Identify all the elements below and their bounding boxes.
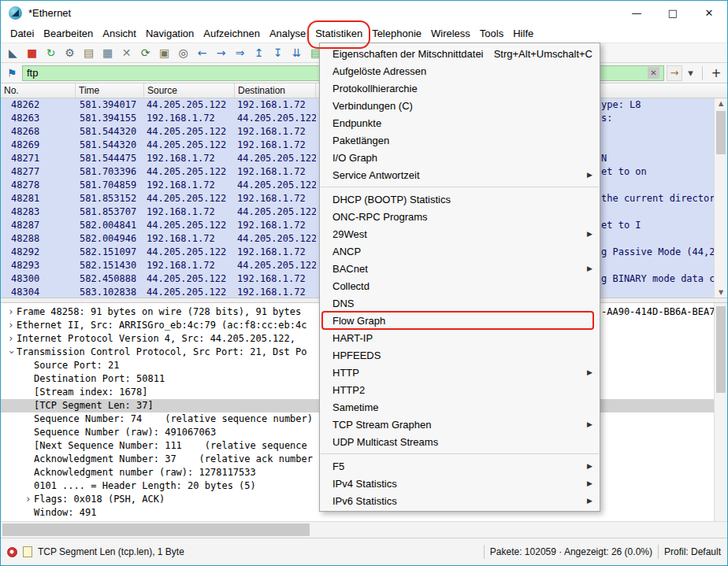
menu-item-onc-rpc-programs[interactable]: ONC-RPC Programs xyxy=(320,208,600,225)
menu-item-collectd[interactable]: Collectd xyxy=(320,277,600,294)
packet-source: 44.205.205.122 xyxy=(144,286,235,298)
go-to-bottom-icon[interactable]: ↧ xyxy=(269,44,287,61)
menu-item-protokollhierarchie[interactable]: Protokollhierarchie xyxy=(320,80,600,97)
menu-item-http[interactable]: HTTP▶ xyxy=(320,364,600,381)
menu-item-tcp-stream-graphen[interactable]: TCP Stream Graphen▶ xyxy=(320,416,600,433)
menu-item-ipv4-statistics[interactable]: IPv4 Statistics▶ xyxy=(320,475,600,492)
filter-add-button[interactable]: + xyxy=(708,65,724,81)
menu-item-ancp[interactable]: ANCP xyxy=(320,242,600,260)
go-back-icon[interactable]: ← xyxy=(193,44,211,61)
arrow-spacer xyxy=(23,506,34,520)
detail-text: 0101 .... = Header Length: 20 bytes (5) xyxy=(34,479,256,493)
expand-arrow-icon[interactable]: › xyxy=(23,493,34,506)
packet-time: 582.004946 xyxy=(76,232,144,246)
menu-item-aufgel-ste-adressen[interactable]: Aufgelöste Adressen xyxy=(320,62,600,80)
packet-time: 581.853152 xyxy=(76,192,144,205)
packet-source: 44.205.205.122 xyxy=(144,125,235,139)
column-header-no[interactable]: No. xyxy=(1,83,76,98)
menu-item-dhcp-bootp-statistics[interactable]: DHCP (BOOTP) Statistics xyxy=(320,191,600,208)
packet-time: 582.151097 xyxy=(76,246,144,259)
menu-item-flow-graph[interactable]: Flow Graph xyxy=(320,312,600,329)
save-file-icon[interactable]: ▦ xyxy=(98,44,117,61)
menu-item-dns[interactable]: DNS xyxy=(320,294,600,312)
details-scrollbar-thumb[interactable] xyxy=(716,306,726,393)
minimize-button[interactable]: — xyxy=(618,1,655,24)
filter-dropdown-icon[interactable]: ▾ xyxy=(685,65,696,81)
capture-comment-icon[interactable] xyxy=(23,546,32,557)
menubar-item-telephonie[interactable]: Telephonie xyxy=(367,25,426,42)
packet-list-scrollbar-thumb[interactable] xyxy=(716,111,726,154)
arrow-spacer xyxy=(23,479,34,493)
detail-text: Source Port: 21 xyxy=(34,359,119,372)
menu-item-eigenschaften-der-mitschnittdatei[interactable]: Eigenschaften der MitschnittdateiStrg+Al… xyxy=(320,45,600,62)
details-scrollbar[interactable] xyxy=(714,303,727,521)
scroll-down-icon[interactable]: ▼ xyxy=(715,289,727,296)
expand-arrow-icon[interactable]: › xyxy=(6,305,17,319)
menu-item-verbindungen-c[interactable]: Verbindungen (C) xyxy=(320,97,600,114)
reload-file-icon[interactable]: ⟳ xyxy=(136,44,154,61)
packet-time: 583.102838 xyxy=(76,286,144,298)
packet-no: 48288 xyxy=(1,232,76,246)
status-profile[interactable]: Profil: Default xyxy=(664,546,721,557)
packet-source: 44.205.205.122 xyxy=(144,272,235,286)
go-forward-icon[interactable]: → xyxy=(212,44,230,61)
menu-item-i-o-graph[interactable]: I/O Graph xyxy=(320,149,600,166)
close-file-icon[interactable]: ✕ xyxy=(117,44,136,61)
stop-capture-icon[interactable]: ■ xyxy=(23,44,41,61)
menu-item-sametime[interactable]: Sametime xyxy=(320,398,600,416)
go-to-top-icon[interactable]: ↥ xyxy=(250,44,268,61)
go-to-packet-icon[interactable]: ⇒ xyxy=(231,44,249,61)
expand-arrow-icon[interactable]: › xyxy=(6,319,17,332)
menubar-item-tools[interactable]: Tools xyxy=(475,25,508,42)
menu-item-label: DNS xyxy=(332,298,354,309)
menu-item-http2[interactable]: HTTP2 xyxy=(320,381,600,398)
copy-icon[interactable]: ▣ xyxy=(155,44,173,61)
expand-arrow-icon[interactable]: › xyxy=(6,332,17,346)
menu-item-endpunkte[interactable]: Endpunkte xyxy=(320,114,600,131)
auto-scroll-icon[interactable]: ⇊ xyxy=(288,44,306,61)
packet-destination: 192.168.1.72 xyxy=(235,165,316,179)
packet-time: 581.544320 xyxy=(76,139,144,152)
filter-bookmark-icon[interactable]: ⚑ xyxy=(4,67,20,80)
arrow-spacer xyxy=(23,399,34,412)
menu-item-29west[interactable]: 29West▶ xyxy=(320,225,600,242)
packet-destination: 192.168.1.72 xyxy=(235,125,316,139)
menubar-item-analyse[interactable]: Analyse xyxy=(265,25,310,42)
capture-options-icon[interactable]: ⚙ xyxy=(61,44,79,61)
filter-apply-button[interactable]: → xyxy=(667,65,682,81)
menubar-item-datei[interactable]: Datei xyxy=(6,25,39,42)
start-capture-icon[interactable]: ◣ xyxy=(4,44,22,61)
menu-item-service-antwortzeit[interactable]: Service Antwortzeit▶ xyxy=(320,166,600,183)
menubar-item-ansicht[interactable]: Ansicht xyxy=(98,25,141,42)
menubar-item-aufzeichnen[interactable]: Aufzeichnen xyxy=(199,25,265,42)
packet-source: 44.205.205.122 xyxy=(144,246,235,259)
menu-item-hart-ip[interactable]: HART-IP xyxy=(320,329,600,346)
column-header-destination[interactable]: Destination xyxy=(235,83,316,98)
menu-item-paketl-ngen[interactable]: Paketlängen xyxy=(320,131,600,149)
horizontal-scrollbar[interactable] xyxy=(1,521,727,538)
collapse-arrow-icon[interactable]: › xyxy=(5,347,18,358)
maximize-button[interactable]: □ xyxy=(655,1,691,24)
menu-item-hpfeeds[interactable]: HPFEEDS xyxy=(320,346,600,364)
packet-source: 192.168.1.72 xyxy=(144,205,235,219)
expert-info-icon[interactable] xyxy=(7,547,17,557)
filter-clear-icon[interactable]: ✕ xyxy=(648,67,659,79)
menubar-item-navigation[interactable]: Navigation xyxy=(141,25,199,42)
menubar-item-statistiken[interactable]: Statistiken xyxy=(310,25,367,42)
column-header-source[interactable]: Source xyxy=(144,83,235,98)
open-file-icon[interactable]: ▤ xyxy=(80,44,98,61)
menubar-item-wireless[interactable]: Wireless xyxy=(426,25,475,42)
horizontal-scrollbar-thumb[interactable] xyxy=(2,523,310,536)
find-packet-icon[interactable]: ◎ xyxy=(174,44,192,61)
menubar-item-bearbeiten[interactable]: Bearbeiten xyxy=(39,25,98,42)
menubar-item-hilfe[interactable]: Hilfe xyxy=(508,25,538,42)
packet-list-scrollbar[interactable]: ▲ ▼ xyxy=(714,98,727,298)
restart-capture-icon[interactable]: ↻ xyxy=(42,44,60,61)
menu-item-bacnet[interactable]: BACnet▶ xyxy=(320,260,600,277)
column-header-time[interactable]: Time xyxy=(76,83,144,98)
menu-item-udp-multicast-streams[interactable]: UDP Multicast Streams xyxy=(320,433,600,450)
scroll-up-icon[interactable]: ▲ xyxy=(715,100,727,107)
menu-item-ipv6-statistics[interactable]: IPv6 Statistics▶ xyxy=(320,492,600,509)
close-button[interactable]: ✕ xyxy=(691,1,727,24)
menu-item-f5[interactable]: F5▶ xyxy=(320,457,600,475)
